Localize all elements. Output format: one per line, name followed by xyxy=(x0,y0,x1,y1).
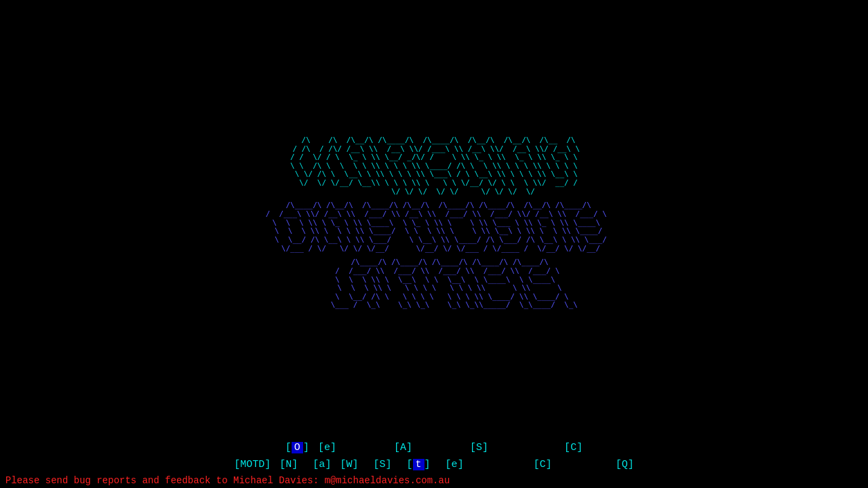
bracket-close: ] xyxy=(458,459,464,470)
menu-key-a: a xyxy=(319,459,325,470)
sep4 xyxy=(490,442,563,453)
bracket-close: ] xyxy=(628,459,634,470)
menu-key-S2: S xyxy=(379,459,385,470)
menu-key-W: W xyxy=(346,459,352,470)
menu-top-item-S[interactable]: [S] xyxy=(470,442,488,453)
bracket-open: [ xyxy=(407,459,413,470)
sep1 xyxy=(311,442,317,453)
bracket-close: ] xyxy=(325,459,331,470)
bracket-open: [ xyxy=(564,442,570,453)
sep12 xyxy=(553,459,614,470)
sep6 xyxy=(299,459,311,470)
bracket-open: [ xyxy=(470,442,476,453)
sep9 xyxy=(393,459,406,470)
bracket-close: ] xyxy=(292,459,298,470)
sep8 xyxy=(359,459,372,470)
bracket-close: ] xyxy=(352,459,358,470)
menu-bottom-item-a[interactable]: [a] xyxy=(313,459,331,470)
bracket-close: ] xyxy=(482,442,488,453)
ascii-art-svg: /\ /\ /\__/\ /\____/\ /\____/\ /\__/\ /\… xyxy=(0,33,868,413)
menu-bottom-item-N[interactable]: [N] xyxy=(279,459,298,470)
menu-bottom-item-Q[interactable]: [Q] xyxy=(616,459,634,470)
sep2 xyxy=(338,442,393,453)
menu-key-MOTD: MOTD xyxy=(240,459,264,470)
sep11 xyxy=(465,459,532,470)
menu-top-item-C[interactable]: [C] xyxy=(564,442,583,453)
menu-bottom-item-e2[interactable]: [e] xyxy=(446,459,464,470)
menu-key-e: e xyxy=(324,442,330,453)
menu-bottom-item-W[interactable]: [W] xyxy=(340,459,358,470)
bracket-close: ] xyxy=(330,442,336,453)
menu-top-item-O[interactable]: [O] xyxy=(285,442,309,453)
menu-key-Q: Q xyxy=(622,459,628,470)
ascii-art-area: /\ /\ /\__/\ /\____/\ /\____/\ /\__/\ /\… xyxy=(0,0,868,439)
status-bar: Please send bug reports and feedback to … xyxy=(0,473,868,488)
bracket-open: [ xyxy=(373,459,379,470)
bracket-open: [ xyxy=(616,459,622,470)
menu-top-item-A[interactable]: [A] xyxy=(394,442,412,453)
menu-key-A: A xyxy=(400,442,406,453)
sep3 xyxy=(414,442,469,453)
bracket-close: ] xyxy=(386,459,392,470)
menu-key-C: C xyxy=(570,442,576,453)
bracket-open: [ xyxy=(279,459,285,470)
menu-key-S: S xyxy=(476,442,482,453)
main-container: /\ /\ /\__/\ /\____/\ /\____/\ /\__/\ /\… xyxy=(0,0,868,488)
bracket-open: [ xyxy=(234,459,240,470)
menu-key-N: N xyxy=(285,459,292,470)
menu-key-e2: e xyxy=(452,459,458,470)
menu-key-C2: C xyxy=(540,459,546,470)
menu-bottom-item-t[interactable]: [t] xyxy=(407,459,431,470)
bracket-open: [ xyxy=(340,459,346,470)
menu-top-item-e[interactable]: [e] xyxy=(318,442,336,453)
bracket-close: ] xyxy=(576,442,583,453)
sep10 xyxy=(432,459,444,470)
menu-key-t: t xyxy=(413,459,425,470)
status-text: Please send bug reports and feedback to … xyxy=(5,475,450,486)
bracket-close: ] xyxy=(546,459,552,470)
menu-bar-top: [O] [e] [A] [S] [C] xyxy=(0,439,868,456)
menu-bottom-item-S[interactable]: [S] xyxy=(373,459,391,470)
bracket-close: ] xyxy=(425,459,431,470)
menu-bottom-item-C[interactable]: [C] xyxy=(534,459,552,470)
bracket-open: [ xyxy=(313,459,319,470)
bracket-close: ] xyxy=(264,459,271,470)
bracket-open: [ xyxy=(318,442,324,453)
sep7 xyxy=(332,459,338,470)
bracket-open: [ xyxy=(446,459,452,470)
bracket-open: [ xyxy=(394,442,400,453)
sep5 xyxy=(272,459,278,470)
menu-key-O: O xyxy=(292,442,303,453)
bracket-close: ] xyxy=(406,442,412,453)
menu-bar-bottom: [MOTD] [N] [a] [W] [S] [t] [e] [ xyxy=(0,456,868,473)
menu-bottom-item-MOTD[interactable]: [MOTD] xyxy=(234,459,271,470)
bracket-open: [ xyxy=(534,459,540,470)
bracket-open: [ xyxy=(285,442,292,453)
bracket-close: ] xyxy=(303,442,309,453)
